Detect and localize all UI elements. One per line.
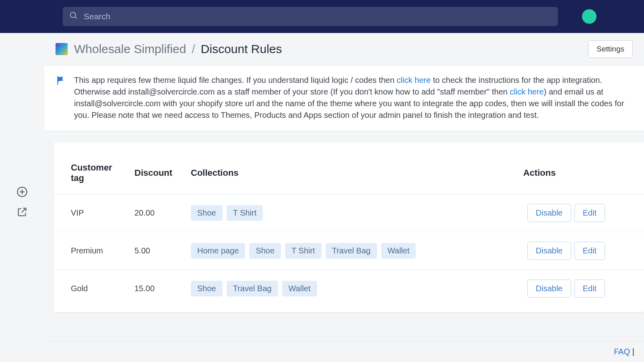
collection-chip[interactable]: Wallet [282,281,317,296]
cell-actions: DisableEdit [523,232,644,270]
collection-chip[interactable]: Shoe [191,281,223,296]
notice-link-1[interactable]: click here [397,76,431,84]
search-input[interactable] [84,12,551,21]
footer: FAQ | [44,341,644,362]
add-icon[interactable] [16,186,28,198]
topbar [0,0,644,33]
settings-button[interactable]: Settings [588,40,633,58]
collection-chip[interactable]: Travel Bag [326,243,377,259]
col-header-discount: Discount [130,155,187,194]
cell-tag: VIP [54,194,130,232]
edit-button[interactable]: Edit [574,204,605,222]
faq-link[interactable]: FAQ [614,347,630,356]
collection-chip[interactable]: Shoe [191,205,223,221]
table-row: Premium5.00Home pageShoeT ShirtTravel Ba… [54,232,644,270]
cell-actions: DisableEdit [523,194,644,232]
disable-button[interactable]: Disable [527,242,571,260]
cell-tag: Premium [54,232,130,270]
rules-table-card: Customer tag Discount Collections Action… [54,142,644,312]
page-header: Wholesale Simplified / Discount Rules Se… [44,33,644,65]
col-header-actions: Actions [523,155,644,194]
edit-button[interactable]: Edit [574,242,605,260]
app-logo [56,43,68,55]
footer-sep: | [630,347,634,356]
breadcrumb-separator: / [192,42,195,56]
collection-chip[interactable]: T Shirt [285,243,322,259]
disable-button[interactable]: Disable [527,280,571,298]
notice-text: This app requires few theme liquid file … [74,74,633,121]
collection-chip[interactable]: Travel Bag [227,281,278,296]
col-header-tag: Customer tag [54,155,130,194]
notice-link-2[interactable]: click here [510,87,544,96]
breadcrumb: Wholesale Simplified / Discount Rules [74,42,282,56]
external-link-icon[interactable] [16,206,28,218]
cell-actions: DisableEdit [523,270,644,308]
collection-chip[interactable]: T Shirt [227,205,263,221]
cell-discount: 20.00 [130,194,187,232]
cell-collections: ShoeT Shirt [187,194,523,232]
table-row: VIP20.00ShoeT ShirtDisableEdit [54,194,644,232]
flag-icon [56,74,66,121]
breadcrumb-current: Discount Rules [201,42,282,56]
cell-collections: ShoeTravel BagWallet [187,270,523,308]
table-row: Gold15.00ShoeTravel BagWalletDisableEdit [54,270,644,308]
collection-chip[interactable]: Home page [191,243,245,259]
search-icon [69,11,78,22]
edit-button[interactable]: Edit [574,280,605,298]
disable-button[interactable]: Disable [527,204,571,222]
cell-discount: 5.00 [130,232,187,270]
notice-banner: This app requires few theme liquid file … [44,65,644,131]
cell-tag: Gold [54,270,130,308]
rules-table: Customer tag Discount Collections Action… [54,155,644,307]
breadcrumb-app[interactable]: Wholesale Simplified [74,42,186,56]
sidebar [0,33,44,362]
cell-discount: 15.00 [130,270,187,308]
collection-chip[interactable]: Wallet [381,243,416,259]
cell-collections: Home pageShoeT ShirtTravel BagWallet [187,232,523,270]
collection-chip[interactable]: Shoe [249,243,281,259]
content: Wholesale Simplified / Discount Rules Se… [44,33,644,362]
col-header-collections: Collections [187,155,523,194]
search-field[interactable] [63,7,558,26]
avatar[interactable] [582,9,597,24]
